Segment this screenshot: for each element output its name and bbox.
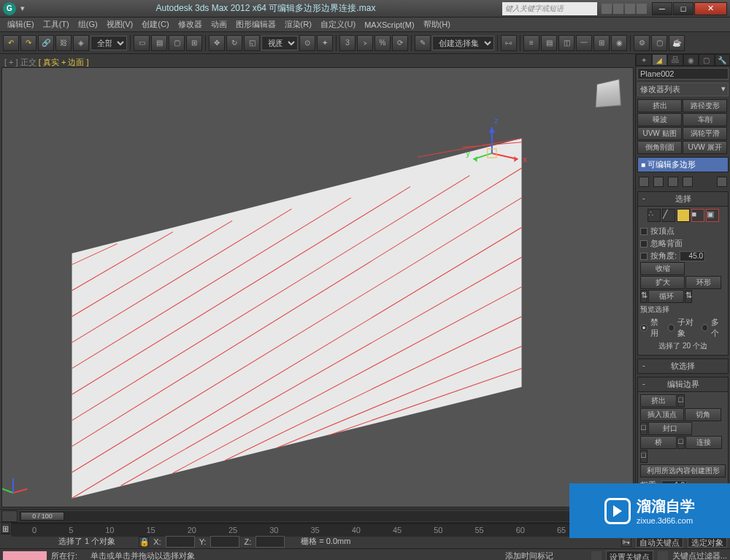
help-icon[interactable] bbox=[637, 4, 647, 14]
ignore-back-checkbox[interactable] bbox=[640, 240, 648, 248]
curve-editor-button[interactable]: 〰 bbox=[576, 35, 592, 51]
scale-button[interactable]: ◱ bbox=[244, 35, 260, 51]
move-button[interactable]: ✥ bbox=[209, 35, 225, 51]
render-button[interactable]: ☕ bbox=[669, 35, 685, 51]
create-shape-btn[interactable]: 利用所选内容创建图形 bbox=[640, 464, 726, 477]
menu-graph[interactable]: 图形编辑器 bbox=[231, 18, 280, 31]
unlink-button[interactable]: ⛓ bbox=[55, 35, 72, 51]
extrude-btn[interactable]: 挤出 bbox=[640, 394, 677, 407]
refcoord-dropdown[interactable]: 视图 bbox=[261, 36, 298, 50]
shrink-button[interactable]: 收缩 bbox=[640, 262, 685, 275]
align-button[interactable]: ≡ bbox=[523, 35, 539, 51]
favorite-icon[interactable] bbox=[602, 4, 612, 14]
snap-button[interactable]: 3 bbox=[339, 35, 356, 51]
menu-modifiers[interactable]: 修改器 bbox=[174, 18, 207, 31]
rotate-button[interactable]: ↻ bbox=[226, 35, 242, 51]
menu-create[interactable]: 创建(C) bbox=[137, 18, 173, 31]
loop-button[interactable]: 循环 bbox=[648, 290, 684, 303]
border-subobj-icon[interactable]: 〉 bbox=[677, 209, 690, 222]
percent-snap-button[interactable]: % bbox=[374, 35, 391, 51]
render-setup-button[interactable]: ⚙ bbox=[634, 35, 650, 51]
spinner-snap-button[interactable]: ⟳ bbox=[392, 35, 408, 51]
modify-tab[interactable]: ◢ bbox=[652, 54, 668, 66]
disable-radio[interactable] bbox=[640, 324, 648, 331]
viewcube[interactable] bbox=[589, 75, 626, 112]
menu-tools[interactable]: 工具(T) bbox=[39, 18, 74, 31]
btn-lathe[interactable]: 车削 bbox=[683, 113, 727, 126]
select-rect-button[interactable]: ▢ bbox=[169, 35, 185, 51]
bind-button[interactable]: ◈ bbox=[73, 35, 89, 51]
angle-snap-button[interactable]: ⦠ bbox=[357, 35, 373, 51]
setkey-icon[interactable] bbox=[591, 551, 602, 561]
multi-radio[interactable] bbox=[702, 324, 708, 331]
btn-noise[interactable]: 噪波 bbox=[637, 113, 682, 126]
menu-help[interactable]: 帮助(H) bbox=[419, 18, 455, 31]
btn-uvwmap[interactable]: UVW 贴图 bbox=[637, 127, 682, 140]
btn-extrude[interactable]: 挤出 bbox=[637, 99, 682, 112]
viewport[interactable]: x y z bbox=[1, 67, 634, 507]
modifier-list-dropdown[interactable]: 修改器列表▾ bbox=[637, 83, 729, 96]
keyfilter-button[interactable]: 关键点过滤器... bbox=[672, 551, 727, 560]
help-search-input[interactable]: 键入关键字或短语 bbox=[502, 2, 597, 15]
hierarchy-tab[interactable]: 品 bbox=[667, 54, 683, 66]
ring-button[interactable]: 环形 bbox=[685, 276, 721, 289]
chamfer-btn[interactable]: 切角 bbox=[685, 408, 721, 421]
exchange-icon[interactable] bbox=[625, 4, 635, 14]
x-coord[interactable] bbox=[166, 536, 195, 548]
insert-vert-btn[interactable]: 插入顶点 bbox=[640, 408, 684, 421]
redo-button[interactable]: ↷ bbox=[20, 35, 36, 51]
element-subobj-icon[interactable]: ▣ bbox=[706, 209, 719, 222]
connect-btn[interactable]: 连接 bbox=[685, 436, 722, 449]
y-coord[interactable] bbox=[210, 536, 239, 548]
menu-maxscript[interactable]: MAXScript(M) bbox=[360, 19, 418, 31]
timeline-left-icon[interactable] bbox=[1, 510, 18, 522]
angle-spinner[interactable] bbox=[680, 251, 705, 261]
by-angle-checkbox[interactable] bbox=[640, 253, 648, 260]
btn-uvwunwrap[interactable]: UVW 展开 bbox=[683, 141, 727, 154]
show-end-icon[interactable] bbox=[653, 177, 664, 187]
z-coord[interactable] bbox=[256, 536, 285, 548]
undo-button[interactable]: ↶ bbox=[3, 35, 19, 51]
render-frame-button[interactable]: ▢ bbox=[651, 35, 667, 51]
signin-icon[interactable] bbox=[613, 4, 623, 14]
btn-bevelprofile[interactable]: 倒角剖面 bbox=[637, 141, 682, 154]
layers-button[interactable]: ▤ bbox=[541, 35, 557, 51]
mirror-button[interactable]: ⧟ bbox=[501, 35, 517, 51]
bridge-btn[interactable]: 桥 bbox=[640, 436, 677, 449]
menu-render[interactable]: 渲染(R) bbox=[280, 18, 316, 31]
keyfilter-icon[interactable] bbox=[658, 551, 668, 561]
pivot-button[interactable]: ⊙ bbox=[299, 35, 315, 51]
grow-button[interactable]: 扩大 bbox=[640, 276, 685, 289]
object-name-field[interactable]: Plane002 bbox=[637, 68, 729, 80]
pin-stack-icon[interactable] bbox=[639, 177, 649, 187]
time-slider-thumb[interactable]: 0 / 100 bbox=[20, 512, 64, 521]
graphite-button[interactable]: ◫ bbox=[558, 35, 575, 51]
display-tab[interactable]: ▢ bbox=[699, 54, 715, 66]
window-crossing-button[interactable]: ⊞ bbox=[186, 35, 202, 51]
menu-group[interactable]: 组(G) bbox=[74, 18, 102, 31]
modifier-stack[interactable]: ■ 可编辑多边形 bbox=[637, 157, 729, 172]
cap-btn[interactable]: 封口 bbox=[648, 422, 692, 435]
layer-swatch[interactable] bbox=[3, 551, 47, 561]
close-button[interactable]: ✕ bbox=[694, 2, 727, 15]
schematic-button[interactable]: ⊞ bbox=[593, 35, 610, 51]
btn-pathdeform[interactable]: 路径变形 bbox=[683, 99, 727, 112]
maximize-button[interactable]: □ bbox=[673, 2, 694, 15]
rollout-editborder-header[interactable]: 编辑边界 bbox=[637, 377, 729, 392]
manipulate-button[interactable]: ✦ bbox=[317, 35, 333, 51]
rollout-soft-header[interactable]: 软选择 bbox=[637, 358, 729, 374]
link-button[interactable]: 🔗 bbox=[38, 35, 54, 51]
configure-icon[interactable] bbox=[717, 177, 727, 187]
btn-turbosmooth[interactable]: 涡轮平滑 bbox=[683, 127, 727, 140]
poly-subobj-icon[interactable]: ■ bbox=[691, 209, 704, 222]
remove-mod-icon[interactable] bbox=[683, 177, 693, 187]
trackbar-icon[interactable]: ⊞ bbox=[1, 523, 9, 534]
recent-files-icon[interactable]: ▾ bbox=[20, 4, 25, 13]
minimize-button[interactable]: ─ bbox=[652, 2, 672, 15]
menu-views[interactable]: 视图(V) bbox=[102, 18, 138, 31]
by-vertex-checkbox[interactable] bbox=[640, 228, 648, 235]
viewport-label[interactable]: [ + ] 正交 [ 真实 + 边面 ] bbox=[4, 57, 89, 68]
material-editor-button[interactable]: ◉ bbox=[611, 35, 627, 51]
menu-edit[interactable]: 编辑(E) bbox=[3, 18, 39, 31]
unique-icon[interactable] bbox=[668, 177, 678, 187]
